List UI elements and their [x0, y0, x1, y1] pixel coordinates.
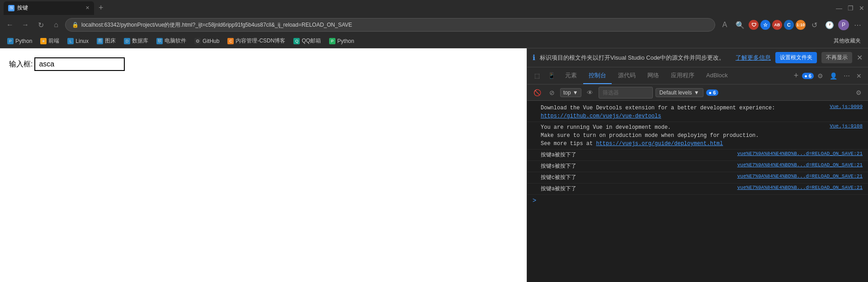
text-input[interactable] [34, 57, 125, 71]
bookmark-linux-label: Linux [75, 38, 89, 44]
console-text-6: 按键a被按下了 [541, 185, 734, 193]
bookmark-csdn-icon: C [227, 38, 234, 44]
bookmark-imgbed-icon: 图 [97, 38, 103, 44]
bookmark-github-label: GitHub [203, 38, 219, 44]
devtools-panel: ℹ 标识项目的根文件夹以打开Visual Studio Code中的源文件并同步… [527, 48, 868, 282]
browser-tab[interactable]: 按 按键 ✕ [4, 1, 94, 15]
bookmark-linux[interactable]: L Linux [64, 37, 92, 46]
devtools-close-button[interactable]: ✕ [854, 70, 864, 81]
notification-bar: ℹ 标识项目的根文件夹以打开Visual Studio Code中的源文件并同步… [527, 48, 868, 67]
bookmark-qq-label: QQ邮箱 [302, 37, 321, 45]
ext-bookmark-icon[interactable]: ☆ [760, 20, 770, 30]
console-text-3: 按键a被按下了 [541, 151, 734, 159]
bookmark-python-label: Python [15, 38, 32, 44]
console-source-3[interactable]: vue%E7%9A%84%E4%BD%B...d=RELOAD_ON_SAVE:… [737, 151, 863, 156]
console-line-3: 按键a被按下了 vue%E7%9A%84%E4%BD%B...d=RELOAD_… [527, 150, 868, 161]
bookmarks-more[interactable]: 其他收藏夹 [830, 36, 864, 46]
browser-icons: A 🔍 🛡 ☆ AB C 1:10 ↺ 🕐 P ⋯ [718, 18, 864, 32]
url-field[interactable]: 🔒 localhost:63342/pythonProject/vue的使用.h… [65, 18, 715, 32]
tab-favicon: 按 [8, 5, 14, 11]
ext-rotate-icon[interactable]: ↺ [807, 18, 821, 32]
eye-button[interactable]: 👁 [584, 87, 596, 98]
vue-devtools-link[interactable]: https://github.com/vuejs/vue-devtools [541, 113, 661, 119]
tab-title: 按键 [17, 4, 28, 12]
tab-network[interactable]: 网络 [642, 68, 665, 84]
forward-button[interactable]: → [19, 19, 32, 31]
device-toolbar-icon[interactable]: 📱 [544, 70, 559, 82]
levels-selector[interactable]: Default levels ▼ [656, 88, 703, 97]
bookmark-python2[interactable]: P Python [326, 37, 358, 46]
console-prompt[interactable]: > [527, 195, 868, 206]
bookmark-qq[interactable]: Q QQ邮箱 [290, 36, 325, 46]
console-line-6: 按键a被按下了 vue%E7%9A%84%E4%BD%B...d=RELOAD_… [527, 183, 868, 195]
console-settings-button[interactable]: ⚙ [853, 87, 864, 98]
home-button[interactable]: ⌂ [50, 19, 62, 31]
filter-input[interactable] [599, 87, 653, 99]
address-bar: ← → ↻ ⌂ 🔒 localhost:63342/pythonProject/… [0, 16, 868, 34]
devtools-settings-button[interactable]: ⚙ [815, 70, 826, 81]
lock-icon: 🔒 [72, 22, 79, 28]
refresh-button[interactable]: ↻ [34, 19, 47, 31]
bookmark-db[interactable]: D 数据库 [120, 36, 152, 46]
stop-button[interactable]: ⊘ [547, 87, 557, 98]
bookmark-csdn-label: 内容管理-CSDN博客 [236, 37, 285, 45]
bookmark-imgbed[interactable]: 图 图床 [93, 36, 119, 46]
search-button[interactable]: 🔍 [733, 18, 747, 32]
elements-inspect-icon[interactable]: ⬚ [531, 70, 543, 82]
bookmark-frontend[interactable]: ★ 前端 [37, 36, 63, 46]
console-text-2: You are running Vue in development mode.… [541, 123, 826, 148]
tab-close-btn[interactable]: ✕ [85, 5, 90, 11]
bookmark-software[interactable]: 软 电脑软件 [153, 36, 190, 46]
profile-avatar[interactable]: P [838, 19, 849, 30]
back-button[interactable]: ← [4, 19, 16, 31]
console-source-1[interactable]: Vue.js:9099 [830, 104, 863, 109]
devtools-tabs: ⬚ 📱 元素 控制台 源代码 网络 应用程序 AdBlock + ● 6 ⚙ 👤… [527, 67, 868, 85]
close-button[interactable]: ✕ [859, 5, 864, 12]
clear-console-button[interactable]: 🚫 [531, 87, 544, 98]
ext-blue-icon[interactable]: C [784, 20, 794, 30]
minimize-button[interactable]: — [836, 5, 842, 12]
console-source-4[interactable]: vue%E7%9A%84%E4%BD%B...d=RELOAD_ON_SAVE:… [737, 162, 863, 168]
restore-button[interactable]: ❐ [848, 5, 854, 12]
notification-close-icon[interactable]: ✕ [857, 53, 863, 62]
bookmark-linux-icon: L [67, 38, 74, 44]
bookmark-python2-icon: P [329, 38, 335, 44]
bookmark-github[interactable]: ⊙ GitHub [191, 37, 223, 46]
title-bar: 按 按键 ✕ + — ❐ ✕ [0, 0, 868, 16]
console-source-6[interactable]: vue%E7%9A%84%E4%BD%B...d=RELOAD_ON_SAVE:… [737, 185, 863, 190]
bookmark-github-icon: ⊙ [194, 38, 201, 44]
ext-orange-icon[interactable]: 1:10 [796, 20, 806, 30]
more-options-button[interactable]: ⋯ [851, 18, 864, 32]
tab-source[interactable]: 源代码 [613, 68, 641, 84]
tab-console[interactable]: 控制台 [583, 68, 612, 84]
console-source-5[interactable]: vue%E7%9A%84%E4%BD%B...d=RELOAD_ON_SAVE:… [737, 174, 863, 179]
console-line-1: Download the Vue Devtools extension for … [527, 103, 868, 122]
tab-area: 按 按键 ✕ + [4, 1, 833, 15]
bookmarks-more-label: 其他收藏夹 [834, 37, 861, 45]
console-source-2[interactable]: Vue.js:9108 [830, 123, 863, 129]
notification-link[interactable]: 了解更多信息 [736, 54, 771, 62]
ext-shield-icon[interactable]: 🛡 [749, 20, 759, 30]
devtools-more-button[interactable]: ⋯ [841, 70, 853, 81]
devtools-user-button[interactable]: 👤 [827, 70, 840, 81]
dismiss-button[interactable]: 不再显示 [821, 52, 852, 63]
translate-button[interactable]: A [718, 18, 731, 32]
tab-elements[interactable]: 元素 [560, 68, 582, 84]
bookmark-python-icon: P [7, 38, 14, 44]
set-root-button[interactable]: 设置根文件夹 [775, 52, 817, 63]
bookmark-db-label: 数据库 [132, 37, 148, 45]
context-selector[interactable]: top ▼ [560, 88, 581, 97]
add-tab-button[interactable]: + [791, 71, 802, 80]
bookmarks-bar: P Python ★ 前端 L Linux 图 图床 D 数据库 软 电脑软件 … [0, 34, 868, 48]
tab-application[interactable]: 应用程序 [665, 68, 700, 84]
new-tab-button[interactable]: + [96, 3, 106, 13]
console-caret: > [533, 197, 536, 204]
bookmark-csdn[interactable]: C 内容管理-CSDN博客 [224, 36, 289, 46]
tab-adblock[interactable]: AdBlock [701, 68, 733, 83]
bookmark-frontend-label: 前端 [48, 37, 59, 45]
adblock-icon[interactable]: AB [772, 20, 782, 30]
bookmark-db-icon: D [124, 38, 130, 44]
bookmark-python[interactable]: P Python [4, 37, 36, 46]
deployment-link[interactable]: https://vuejs.org/guide/deployment.html [596, 141, 723, 147]
history-icon[interactable]: 🕐 [823, 18, 836, 32]
